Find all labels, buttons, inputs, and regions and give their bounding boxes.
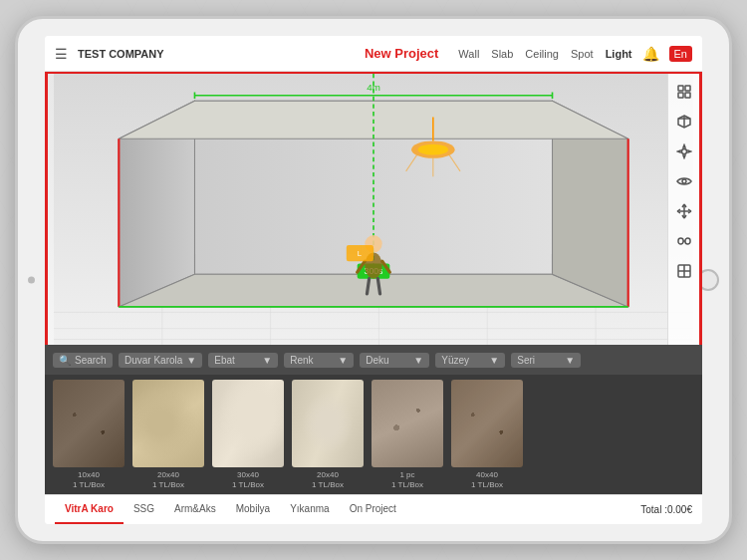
chevron-down-icon: ▼ — [413, 355, 423, 366]
product-price: 1 pc1 TL/Box — [391, 470, 423, 489]
seri-dropdown[interactable]: Seri ▼ — [511, 353, 581, 368]
svg-point-42 — [681, 149, 686, 154]
tablet-shell: ☰ TEST COMPANY New Project Wall Slab Cei… — [15, 16, 732, 544]
move-icon[interactable] — [672, 199, 696, 223]
company-name: TEST COMPANY — [78, 48, 164, 60]
svg-line-28 — [367, 279, 369, 294]
nav-spot[interactable]: Spot — [571, 48, 594, 60]
svg-rect-40 — [678, 93, 683, 98]
language-selector[interactable]: En — [669, 46, 692, 62]
svg-marker-11 — [119, 274, 627, 307]
product-thumbnail — [53, 380, 124, 467]
product-price: 40x401 TL/Box — [471, 470, 503, 489]
svg-text:L: L — [358, 249, 362, 258]
ebat-dropdown[interactable]: Ebat ▼ — [208, 353, 278, 368]
svg-line-29 — [377, 279, 379, 294]
viewport-3d[interactable]: 4m 300s — [45, 72, 702, 345]
room-3d-view: 4m 300s — [48, 74, 699, 345]
list-item[interactable]: 20x401 TL/Box — [132, 380, 204, 489]
cube-3d-icon[interactable] — [672, 110, 696, 134]
list-item[interactable]: 40x401 TL/Box — [451, 380, 523, 489]
project-name[interactable]: New Project — [365, 46, 438, 61]
right-toolbar — [667, 74, 699, 345]
nav-ceiling[interactable]: Ceiling — [525, 48, 559, 60]
hamburger-icon[interactable]: ☰ — [55, 46, 68, 62]
product-price: 20x401 TL/Box — [152, 470, 184, 489]
product-price: 20x401 TL/Box — [312, 470, 344, 489]
product-thumbnail — [451, 380, 523, 467]
product-strip: 10x401 TL/Box 20x401 TL/Box 30x401 TL/Bo… — [45, 375, 702, 494]
side-dot — [28, 277, 35, 284]
screen: ☰ TEST COMPANY New Project Wall Slab Cei… — [45, 36, 702, 524]
chain-icon[interactable] — [672, 229, 696, 253]
list-item[interactable]: 1 pc1 TL/Box — [372, 380, 443, 489]
chevron-down-icon: ▼ — [186, 355, 196, 366]
bottom-tabs: VitrA Karo SSG Arm&Aks Mobilya Yıkanma O… — [45, 494, 702, 524]
tab-ssg[interactable]: SSG — [124, 495, 164, 524]
search-filter[interactable]: 🔍 Search — [53, 353, 113, 368]
tab-yikanma[interactable]: Yıkanma — [280, 495, 339, 524]
svg-point-31 — [418, 144, 448, 155]
list-item[interactable]: 10x401 TL/Box — [53, 380, 124, 489]
nav-wall[interactable]: Wall — [458, 48, 479, 60]
tab-mobilya[interactable]: Mobilya — [226, 495, 280, 524]
chevron-down-icon: ▼ — [338, 355, 348, 366]
gear-icon[interactable] — [672, 140, 696, 163]
list-item[interactable]: 20x401 TL/Box — [292, 380, 364, 489]
svg-point-43 — [682, 179, 686, 183]
bell-icon[interactable]: 🔔 — [642, 46, 659, 62]
svg-rect-39 — [685, 86, 690, 91]
search-icon: 🔍 — [59, 355, 71, 366]
deku-dropdown[interactable]: Deku ▼ — [360, 353, 429, 368]
renk-dropdown[interactable]: Renk ▼ — [284, 353, 354, 368]
svg-rect-45 — [685, 238, 690, 244]
duvar-karola-dropdown[interactable]: Duvar Karola ▼ — [119, 353, 202, 368]
filter-bar: 🔍 Search Duvar Karola ▼ Ebat ▼ Renk ▼ De… — [45, 345, 702, 375]
product-thumbnail — [132, 380, 204, 467]
product-thumbnail — [292, 380, 364, 467]
eye-icon[interactable] — [672, 169, 696, 193]
tab-vitra-karo[interactable]: VitrA Karo — [55, 495, 124, 524]
nav-slab[interactable]: Slab — [491, 48, 513, 60]
svg-rect-38 — [678, 86, 683, 91]
product-thumbnail — [212, 380, 284, 467]
top-navigation: ☰ TEST COMPANY New Project Wall Slab Cei… — [45, 36, 702, 72]
chevron-down-icon: ▼ — [489, 355, 499, 366]
nav-menu: Wall Slab Ceiling Spot Light — [458, 48, 631, 60]
product-price: 10x401 TL/Box — [73, 470, 105, 489]
search-label: Search — [75, 355, 107, 366]
svg-rect-44 — [678, 238, 683, 244]
cube-grid-icon[interactable] — [672, 80, 696, 104]
chevron-down-icon: ▼ — [565, 355, 575, 366]
svg-rect-41 — [685, 93, 690, 98]
product-thumbnail — [372, 380, 443, 467]
yuzey-dropdown[interactable]: Yüzey ▼ — [435, 353, 505, 368]
tab-arm-aks[interactable]: Arm&Aks — [164, 495, 226, 524]
nav-light[interactable]: Light — [606, 48, 632, 60]
list-item[interactable]: 30x401 TL/Box — [212, 380, 284, 489]
chevron-down-icon: ▼ — [262, 355, 272, 366]
total-price: Total :0.00€ — [640, 504, 692, 515]
product-price: 30x401 TL/Box — [232, 470, 264, 489]
tab-on-project[interactable]: On Project — [340, 495, 406, 524]
resize-icon[interactable] — [672, 259, 696, 283]
